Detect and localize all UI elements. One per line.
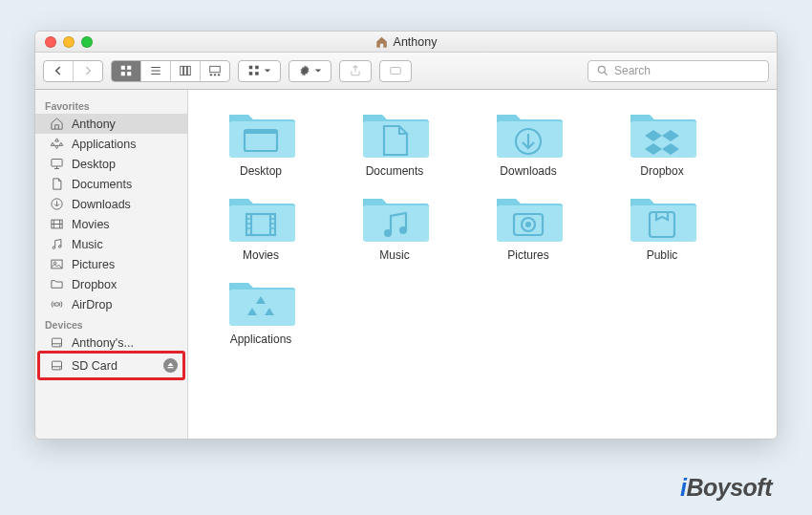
titlebar: Anthony [35, 32, 777, 53]
folder-applications[interactable]: Applications [194, 271, 328, 346]
svg-rect-5 [184, 66, 187, 75]
svg-point-27 [59, 345, 60, 346]
svg-rect-1 [127, 66, 131, 70]
svg-rect-10 [218, 75, 220, 76]
back-button[interactable] [44, 61, 74, 81]
svg-rect-48 [229, 290, 295, 326]
svg-point-22 [58, 246, 61, 248]
sidebar-device-sd-card[interactable]: SD Card [35, 353, 187, 378]
sidebar-item-music[interactable]: Music [35, 234, 187, 254]
minimize-button[interactable] [63, 36, 75, 48]
sidebar-item-label: Applications [72, 138, 136, 151]
sidebar-item-label: Music [72, 238, 103, 251]
sidebar-item-pictures[interactable]: Pictures [35, 254, 187, 274]
nav-buttons [43, 60, 103, 82]
sidebar-item-documents[interactable]: Documents [35, 174, 187, 194]
folder-pictures[interactable]: Pictures [461, 187, 595, 262]
search-box[interactable]: Search [588, 60, 769, 82]
svg-rect-34 [497, 121, 563, 158]
airdrop-icon [49, 297, 65, 311]
sidebar-item-airdrop[interactable]: AirDrop [35, 294, 187, 314]
traffic-lights [45, 36, 93, 48]
sidebar-device-anthony-s-[interactable]: Anthony's... [35, 333, 187, 353]
folder-label: Movies [243, 248, 279, 262]
sidebar-item-applications[interactable]: Applications [35, 134, 187, 154]
svg-rect-12 [255, 66, 259, 70]
pic-icon [49, 257, 65, 271]
svg-rect-11 [249, 66, 253, 70]
arrange-button[interactable] [238, 60, 281, 82]
svg-rect-18 [52, 160, 62, 167]
eject-icon[interactable] [163, 358, 178, 373]
apps-icon [49, 137, 65, 151]
folder-icon [357, 187, 432, 247]
search-placeholder: Search [614, 64, 651, 77]
folder-icon [224, 271, 298, 331]
folder-movies[interactable]: Movies [194, 187, 328, 262]
sidebar-item-label: Desktop [72, 158, 116, 171]
sidebar-item-label: Documents [72, 178, 132, 191]
toolbar: Search [35, 53, 777, 90]
folder-documents[interactable]: Documents [328, 103, 461, 178]
svg-rect-2 [121, 72, 125, 75]
svg-rect-13 [249, 72, 253, 75]
folder-icon [491, 103, 566, 162]
svg-point-17 [598, 66, 605, 73]
column-view-button[interactable] [171, 61, 201, 81]
list-view-button[interactable] [141, 61, 171, 81]
svg-point-25 [55, 303, 59, 307]
movie-icon [49, 217, 65, 231]
folder-icon [625, 103, 699, 162]
svg-point-45 [525, 222, 531, 227]
sidebar: Favorites AnthonyApplicationsDesktopDocu… [35, 90, 188, 439]
folder-icon [491, 187, 566, 247]
folder-music[interactable]: Music [328, 187, 461, 262]
down-icon [49, 197, 65, 211]
folder-label: Documents [366, 164, 424, 178]
folder-downloads[interactable]: Downloads [461, 103, 595, 178]
sidebar-item-label: Pictures [72, 258, 115, 271]
gallery-view-button[interactable] [201, 61, 229, 81]
favorites-header: Favorites [35, 96, 187, 114]
sidebar-item-label: AirDrop [72, 298, 112, 311]
svg-point-21 [53, 247, 55, 249]
svg-point-40 [384, 229, 392, 237]
svg-rect-0 [121, 66, 125, 70]
svg-rect-7 [210, 66, 221, 72]
svg-rect-9 [214, 75, 216, 76]
zoom-button[interactable] [81, 36, 93, 48]
folder-public[interactable]: Public [595, 187, 729, 262]
sidebar-item-desktop[interactable]: Desktop [35, 154, 187, 174]
svg-rect-39 [363, 205, 429, 242]
folder-label: Desktop [240, 164, 282, 178]
sidebar-item-dropbox[interactable]: Dropbox [35, 274, 187, 294]
window-title: Anthony [375, 35, 438, 49]
action-button[interactable] [288, 60, 331, 82]
folder-label: Applications [230, 333, 292, 346]
svg-rect-6 [187, 66, 190, 75]
close-button[interactable] [45, 36, 56, 48]
svg-point-29 [59, 368, 60, 369]
sidebar-item-anthony[interactable]: Anthony [35, 114, 187, 134]
forward-button[interactable] [74, 61, 102, 81]
folder-icon [224, 187, 298, 247]
sidebar-item-movies[interactable]: Movies [35, 214, 187, 234]
sidebar-item-label: Anthony [72, 118, 116, 131]
folder-dropbox[interactable]: Dropbox [595, 103, 729, 178]
folder-label: Downloads [500, 164, 556, 178]
folder-desktop[interactable]: Desktop [194, 103, 328, 178]
share-button[interactable] [339, 60, 372, 82]
doc-icon [49, 177, 65, 191]
music-icon [49, 237, 65, 251]
sidebar-item-label: Anthony's... [72, 336, 134, 350]
home-icon [375, 35, 389, 49]
folder-label: Music [379, 248, 409, 262]
tags-button[interactable] [379, 60, 412, 82]
svg-rect-4 [181, 66, 183, 75]
svg-rect-37 [229, 205, 295, 242]
view-buttons [111, 60, 230, 82]
svg-rect-3 [127, 72, 131, 75]
sidebar-item-label: SD Card [72, 359, 118, 373]
sidebar-item-downloads[interactable]: Downloads [35, 194, 187, 214]
icon-view-button[interactable] [112, 61, 141, 81]
